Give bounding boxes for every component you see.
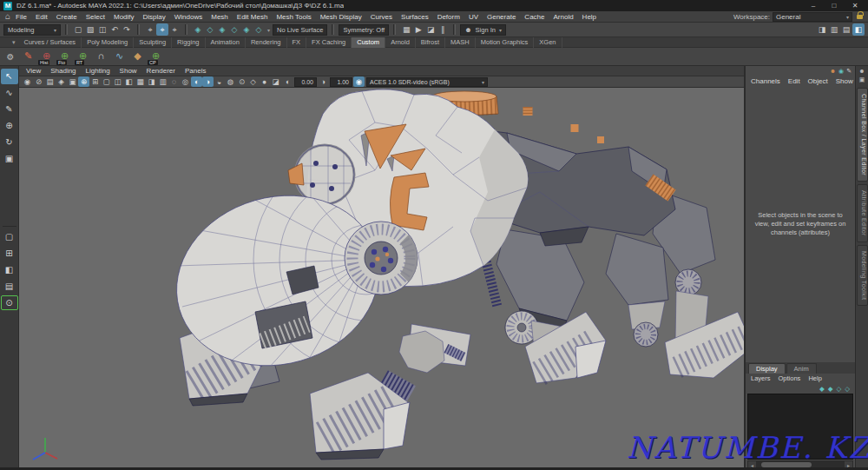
menu-item[interactable]: Windows <box>174 13 202 21</box>
new-scene-icon[interactable]: ▢ <box>72 23 84 36</box>
menu-set-dropdown[interactable]: Modeling▾ <box>3 24 61 36</box>
image-plane-icon[interactable]: ▣ <box>67 76 78 87</box>
safe-title-icon[interactable]: ▥ <box>157 76 168 87</box>
layer-from-selected-icon[interactable]: ◆ <box>828 385 833 393</box>
undo-icon[interactable]: ↶ <box>108 23 121 36</box>
lasso-tool[interactable]: ∿ <box>1 85 18 101</box>
redo-icon[interactable]: ↷ <box>121 23 133 36</box>
layer-tab[interactable]: Anim <box>786 363 817 374</box>
gate-mask-icon[interactable]: ◧ <box>123 76 135 87</box>
layout-persp-outliner[interactable]: ▤ <box>1 279 18 295</box>
shelf-tab[interactable]: FX <box>287 37 307 48</box>
paint-select-tool[interactable]: ✎ <box>1 102 18 117</box>
menu-item[interactable]: Create <box>56 13 77 21</box>
safe-action-icon[interactable]: ◨ <box>146 76 157 87</box>
bookmarks-icon[interactable]: ◈ <box>56 76 67 87</box>
colorspace-dropdown[interactable]: ACES 1.0 SDR-video (sRGB)▾ <box>366 77 488 87</box>
snap-grid-icon[interactable]: ◈ <box>192 23 204 36</box>
layout-outliner-magnifier[interactable]: ⊙ <box>1 295 18 310</box>
menu-item[interactable]: Deform <box>437 13 460 21</box>
menu-item[interactable]: Modify <box>114 13 135 21</box>
shelf-item-rt[interactable]: ⊕ RT <box>74 49 92 65</box>
lighting-icon[interactable]: ◐ <box>191 76 202 87</box>
shelf-item-hist[interactable]: ⊕ Hist <box>37 49 56 65</box>
shelf-item-cv-curve[interactable]: ∿ <box>110 49 128 65</box>
shelf-tab[interactable]: Bifrost <box>416 37 445 48</box>
shelf-item-cp[interactable]: ⊕ CP <box>147 49 165 65</box>
menu-item[interactable]: Cache <box>524 13 544 21</box>
open-scene-icon[interactable]: ▧ <box>84 23 96 36</box>
channel-box-menu-item[interactable]: Show <box>836 77 853 85</box>
robot-model-wireframe[interactable] <box>19 88 744 470</box>
shelf-tab[interactable]: Custom <box>352 37 385 48</box>
layer-empty-icon[interactable]: ◆ <box>819 385 825 393</box>
select-component-icon[interactable]: ⌖ <box>168 23 181 36</box>
menu-item[interactable]: Curves <box>371 13 392 21</box>
gamma-field[interactable]: 1.00 <box>330 77 352 87</box>
menu-item[interactable]: File <box>16 13 27 21</box>
save-scene-icon[interactable]: ◫ <box>96 23 108 36</box>
channel-box-menu-item[interactable]: Object <box>808 77 828 85</box>
select-object-icon[interactable]: ⌖ <box>156 23 168 36</box>
layout-single-pane[interactable]: ▢ <box>1 229 18 245</box>
rotate-tool[interactable]: ↻ <box>1 135 18 150</box>
side-tab[interactable]: Channel Box / Layer Editor <box>857 88 868 182</box>
workspace-lock-icon[interactable] <box>857 15 863 19</box>
panel-menu-item[interactable]: Shading <box>50 67 76 75</box>
resolution-gate-icon[interactable]: ◫ <box>112 76 123 87</box>
shelf-item-arc-curve[interactable]: ∩ <box>92 49 110 65</box>
layer-move-up-icon[interactable]: ◇ <box>836 385 841 393</box>
channel-speed-icon[interactable]: ◉ <box>838 67 844 76</box>
menu-item[interactable]: Mesh Display <box>320 13 362 21</box>
motion-blur-icon[interactable]: ◍ <box>225 76 236 87</box>
snap-point-icon[interactable]: ◈ <box>216 23 228 36</box>
shelf-tab[interactable]: Sculpting <box>134 37 172 48</box>
menu-item[interactable]: Mesh <box>211 13 228 21</box>
layout-four-pane[interactable]: ⊞ <box>1 246 18 261</box>
menu-item[interactable]: Display <box>143 13 166 21</box>
scale-tool[interactable]: ▣ <box>1 151 18 167</box>
toggle-channel-box-icon[interactable]: ◧ <box>852 23 865 36</box>
layer-move-down-icon[interactable]: ◇ <box>845 385 850 393</box>
close-button[interactable]: ✕ <box>845 2 865 10</box>
panel-menu-item[interactable]: Renderer <box>147 67 175 75</box>
select-hierarchy-icon[interactable]: ⌖ <box>144 23 156 36</box>
toggle-tool-settings-icon[interactable]: ▤ <box>840 23 852 36</box>
shelf-tab[interactable]: XGen <box>534 37 562 48</box>
wireframe-mode-icon[interactable]: ◇ <box>247 76 259 87</box>
layer-menu-item[interactable]: Help <box>808 374 821 382</box>
menu-item[interactable]: Mesh Tools <box>276 13 311 21</box>
snap-view-plane-icon[interactable]: ◈ <box>240 23 253 36</box>
shaded-mode-icon[interactable]: ● <box>259 76 270 87</box>
snap-curve-icon[interactable]: ◇ <box>204 23 216 36</box>
menu-item[interactable]: UV <box>469 13 478 21</box>
sign-in-dropdown[interactable]: ☻ Sign In ▾ <box>460 24 506 36</box>
shelf-tab[interactable]: Poly Modeling <box>82 37 134 48</box>
menu-item[interactable]: Surfaces <box>401 13 429 21</box>
menu-item[interactable]: Edit <box>36 13 48 21</box>
layer-menu-item[interactable]: Layers <box>751 374 771 382</box>
chevron-down-icon[interactable]: ▾ <box>267 27 270 33</box>
grid-icon[interactable]: ⊞ <box>89 76 101 87</box>
select-tool[interactable]: ↖ <box>1 69 18 84</box>
side-tab[interactable]: Attribute Editor <box>857 184 868 242</box>
exposure-icon[interactable]: ◐ <box>282 76 293 87</box>
shelf-options-icon[interactable]: ▾ <box>12 39 16 46</box>
channel-box-menu-item[interactable]: Edit <box>788 77 800 85</box>
shelf-item-plane[interactable]: ◆ <box>128 49 147 65</box>
menu-item[interactable]: Arnold <box>553 13 573 21</box>
ipr-render-icon[interactable]: ▶ <box>412 23 424 36</box>
menu-item[interactable]: Select <box>86 13 105 21</box>
channel-manipulator-icon[interactable]: ☻ <box>830 67 836 76</box>
shelf-item-notes[interactable]: ✎ <box>19 49 37 65</box>
panel-menu-item[interactable]: View <box>26 67 41 75</box>
maximize-button[interactable]: □ <box>825 2 844 10</box>
make-live-icon[interactable]: ◇ <box>253 23 265 36</box>
render-frame-icon[interactable]: ▦ <box>400 23 412 36</box>
snap-projected-center-icon[interactable]: ◇ <box>228 23 240 36</box>
exposure-field[interactable]: 0.00 <box>294 77 317 87</box>
layout-two-pane[interactable]: ◧ <box>1 262 18 278</box>
textured-mode-icon[interactable]: ◪ <box>270 76 281 87</box>
shelf-tab[interactable]: Arnold <box>385 37 416 48</box>
viewport-canvas[interactable] <box>19 88 744 470</box>
